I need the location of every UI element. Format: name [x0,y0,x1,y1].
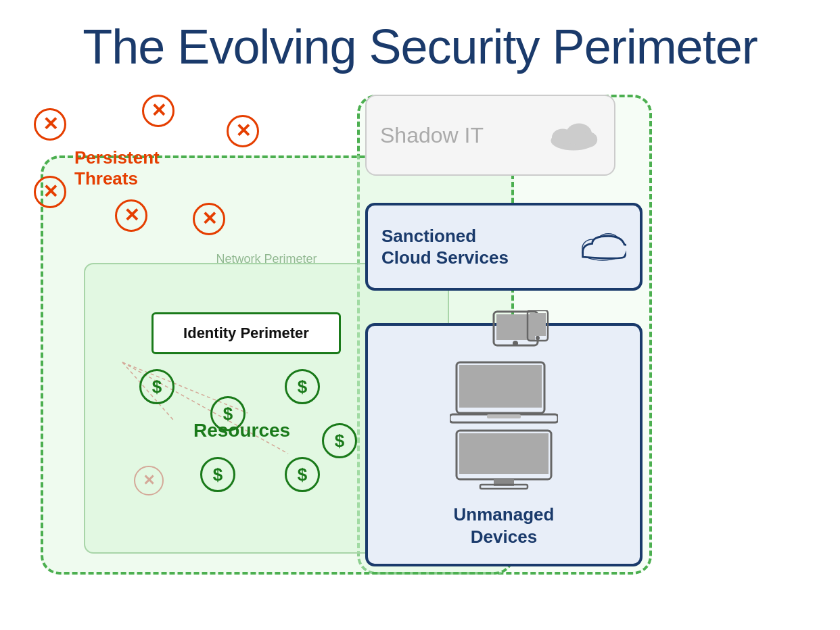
svg-point-6 [580,132,598,147]
unmanaged-line2: Devices [471,527,537,547]
svg-point-20 [536,336,540,340]
monitor-icon [453,429,555,490]
svg-point-17 [513,341,518,346]
threats-line1: Persistent [74,147,160,168]
threats-area: ✕ ✕ ✕ ✕ ✕ ✕ Persistent Threats [27,95,257,257]
page-title: The Evolving Security Perimeter [0,0,840,74]
threat-icon-1: ✕ [34,108,66,141]
shadow-it-box: Shadow IT [365,95,615,176]
identity-perimeter-box: Identity Perimeter [151,312,341,354]
resource-dollar-4: $ [322,423,357,458]
resource-dollar-6: $ [285,457,320,492]
svg-rect-28 [480,485,528,489]
threats-line2: Threats [74,168,138,189]
diagram-area: Network Perimeter ✕ $ $ $ $ $ $ Resource… [20,95,820,615]
resource-dollar-3: $ [285,369,320,404]
svg-rect-19 [530,313,546,336]
svg-rect-22 [459,365,542,408]
resource-dollar-5: $ [200,457,235,492]
tablet-icon [490,310,551,356]
svg-rect-24 [487,414,521,418]
faded-threat-icon: ✕ [134,466,164,495]
identity-perimeter-label: Identity Perimeter [183,324,309,342]
resources-label: Resources [193,420,290,441]
devices-stack [450,310,558,490]
sanctioned-cloud-box: Sanctioned Cloud Services [365,203,643,291]
threat-icon-3: ✕ [227,115,259,147]
unmanaged-label: Unmanaged Devices [454,504,555,548]
threats-label: Persistent Threats [74,147,160,189]
sanctioned-cloud-icon [579,230,626,264]
resource-dollar-1: $ [139,369,174,404]
threat-icon-6: ✕ [115,199,147,232]
sanctioned-line2: Cloud Services [381,247,509,268]
shadow-cloud-icon [546,117,601,154]
threat-icon-4: ✕ [34,176,66,208]
sanctioned-label: Sanctioned Cloud Services [381,225,568,269]
svg-rect-26 [459,433,549,474]
unmanaged-devices-box: Unmanaged Devices [365,323,643,566]
shadow-it-label: Shadow IT [380,123,536,148]
sanctioned-line1: Sanctioned [381,226,476,246]
laptop-icon [450,359,558,427]
threat-icon-2: ✕ [142,95,174,127]
svg-rect-16 [496,314,535,340]
unmanaged-line1: Unmanaged [454,504,555,525]
threat-icon-5: ✕ [193,203,225,235]
